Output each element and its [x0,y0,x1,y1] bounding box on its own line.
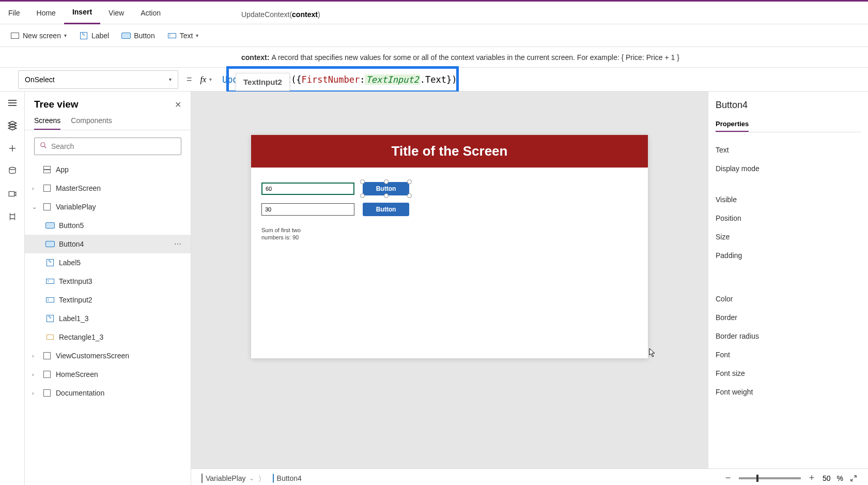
plus-icon[interactable] [7,143,18,154]
search-box[interactable] [34,138,181,155]
tree-button5[interactable]: Button5 [25,216,191,235]
hamburger-icon[interactable] [7,98,18,108]
menu-file[interactable]: File [0,2,28,24]
menu-action[interactable]: Action [132,2,169,24]
text-label: Text [180,32,193,40]
screen-title: Title of the Screen [251,135,648,168]
zoom-slider[interactable] [739,477,801,479]
tools-icon[interactable] [7,211,18,222]
intellisense-hint: UpdateContext(context) [241,10,320,19]
prop-color[interactable]: Color [716,290,861,308]
context-label: context: [241,53,269,62]
tree-label5[interactable]: Label5 [25,253,191,272]
zoom-in-button[interactable]: + [807,474,816,483]
prop-fontweight[interactable]: Font weight [716,383,861,401]
left-rail [0,92,25,485]
prop-displaymode[interactable]: Display mode [716,159,861,178]
svg-point-4 [41,143,45,147]
chevron-down-icon: ▾ [169,77,172,82]
textinput2-field[interactable] [261,183,354,195]
search-input[interactable] [51,142,176,150]
tree-textinput2[interactable]: TextInput2 [25,291,191,309]
breadcrumb-item[interactable]: Button4 [273,474,302,482]
textinput3-field[interactable] [261,203,354,216]
more-icon[interactable]: ⋯ [174,240,182,248]
newscreen-label: New screen [23,32,61,40]
tree-title: Tree view [34,99,79,110]
tree-variableplay[interactable]: ⌄ VariablePlay [25,198,191,216]
tree-label13[interactable]: Label1_3 [25,309,191,328]
prop-position[interactable]: Position [716,209,861,228]
formula-bar: OnSelect ▾ = fx ▾ UpdateContext({FirstNu… [0,68,868,92]
svg-rect-3 [9,192,14,196]
cursor-icon [649,348,656,359]
zoom-pct: % [837,474,843,482]
prop-border[interactable]: Border [716,308,861,327]
prop-size[interactable]: Size [716,228,861,246]
menu-tabs: File Home Insert View Action UpdateConte… [0,2,868,24]
menu-view[interactable]: View [100,2,132,24]
tree-rectangle13[interactable]: Rectangle1_3 [25,328,191,346]
expand-icon[interactable] [849,474,858,482]
zoom-value: 50 [823,474,831,482]
prop-visible[interactable]: Visible [716,190,861,209]
tree-icon[interactable] [7,120,18,131]
tree-list: App › MasterScreen ⌄ VariablePlay Button… [25,160,191,485]
context-desc: A record that specifies new values for s… [271,53,679,62]
equals-sign: = [187,74,192,85]
tree-button4[interactable]: Button4 ⋯ [25,235,191,253]
canvas-area[interactable]: Title of the Screen Button [191,92,708,485]
ribbon-toolbar: New screen ▾ Label Button Text ▾ [0,24,868,47]
menu-home[interactable]: Home [28,2,64,24]
chevron-down-icon: ▾ [196,33,198,38]
data-icon[interactable] [7,166,18,176]
tab-components[interactable]: Components [71,116,112,130]
formula-input[interactable]: UpdateContext({FirstNumber: TextInput2.T… [215,68,868,91]
menu-insert[interactable]: Insert [64,2,100,24]
prop-padding[interactable]: Padding [716,246,861,265]
label-label: Label [91,32,109,40]
properties-tab[interactable]: Properties [716,120,749,132]
chevron-down-icon[interactable]: ▾ [209,77,212,82]
autocomplete-popup[interactable]: TextInput2 [236,73,290,91]
media-icon[interactable] [7,189,18,199]
tree-viewcust[interactable]: › ViewCustomersScreen [25,346,191,365]
resize-handle[interactable] [407,179,412,184]
tab-screens[interactable]: Screens [34,116,60,130]
resize-handle[interactable] [384,179,389,184]
tree-documentation[interactable]: › Documentation [25,384,191,402]
resize-handle[interactable] [360,193,365,198]
label-button[interactable]: Label [74,28,114,43]
breadcrumb[interactable]: VariablePlay ⌄ ❭ [202,474,262,482]
properties-panel: Button4 Properties Text Display mode Vis… [708,92,868,485]
zoom-out-button[interactable]: − [723,474,733,483]
prop-borderradius[interactable]: Border radius [716,327,861,345]
resize-handle[interactable] [360,179,365,184]
svg-line-5 [44,146,47,148]
close-icon[interactable]: ✕ [175,100,181,110]
resize-handle[interactable] [407,193,412,198]
fx-icon: fx [200,75,207,84]
chevron-right-icon: ❭ [257,475,262,482]
status-bar: VariablePlay ⌄ ❭ Button4 − + 50 % [191,468,868,485]
screen-canvas[interactable]: Title of the Screen Button [251,135,648,358]
tree-homescreen[interactable]: › HomeScreen [25,365,191,384]
tree-app[interactable]: App [25,160,191,179]
tree-masterscreen[interactable]: › MasterScreen [25,179,191,198]
resize-handle[interactable] [384,193,389,198]
button-button[interactable]: Button [116,28,160,43]
newscreen-button[interactable]: New screen ▾ [5,28,72,43]
property-select-value: OnSelect [25,75,55,84]
text-button[interactable]: Text ▾ [162,28,204,43]
prop-text[interactable]: Text [716,141,861,159]
button-label: Button [134,32,154,40]
chevron-down-icon: ⌄ [249,475,254,482]
prop-fontsize[interactable]: Font size [716,364,861,383]
property-select[interactable]: OnSelect ▾ [18,70,178,89]
button5-control[interactable]: Button [363,203,409,216]
prop-font[interactable]: Font [716,345,861,364]
button4-selected[interactable]: Button [363,182,409,195]
sum-label: Sum of first two numbers is: 90 [261,226,303,241]
context-help: context: A record that specifies new val… [0,47,868,68]
tree-textinput3[interactable]: TextInput3 [25,272,191,291]
